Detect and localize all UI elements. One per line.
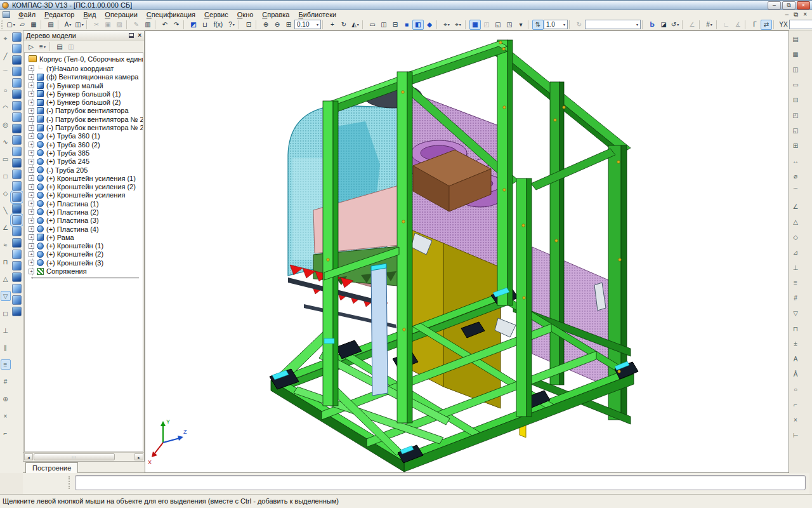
panel-tool-button[interactable] <box>12 272 22 282</box>
tree-item[interactable]: (-) Патрубок вентилятора № 2,5 (2) <box>27 123 143 131</box>
menu-item[interactable]: Справка <box>258 11 294 19</box>
panel-tool-button[interactable] <box>12 204 22 213</box>
zoom-scale-combo[interactable]: 0.10 <box>294 20 321 29</box>
tree-expand-icon[interactable] <box>29 167 34 173</box>
left-tool-button[interactable]: ⊓ <box>1 257 11 267</box>
shaded-button[interactable]: ■ <box>401 20 412 30</box>
panel-tool-button[interactable] <box>12 170 22 179</box>
tree-expand-icon[interactable] <box>29 243 34 249</box>
scroll-right-arrow-icon[interactable]: ▸ <box>134 453 143 460</box>
preview-button[interactable]: A <box>62 20 74 30</box>
tree-item[interactable]: (+) Кронштейн (2) <box>27 250 143 258</box>
left-tool-button[interactable]: ▽ <box>1 291 11 301</box>
tree-item[interactable]: (+) Рама <box>27 233 143 241</box>
hidden-lines-button[interactable]: ◫ <box>378 20 390 30</box>
tree-composition-button[interactable]: ▤ <box>54 41 65 51</box>
left-tool-button[interactable]: ╱ <box>1 51 11 61</box>
menu-item[interactable]: Окно <box>233 11 258 19</box>
panel-tool-button[interactable] <box>12 124 22 133</box>
zoom-in-button[interactable]: ⊕ <box>260 20 272 30</box>
pan-button[interactable]: + <box>327 20 338 30</box>
panel-tool-button[interactable] <box>12 261 22 271</box>
panel-tool-button[interactable] <box>12 181 22 190</box>
panel-tool-button[interactable] <box>12 284 22 293</box>
right-tool-button[interactable]: ▭ <box>790 79 801 90</box>
tree-expand-icon[interactable] <box>29 133 34 139</box>
mdi-close-button[interactable]: × <box>803 11 807 18</box>
right-tool-button[interactable]: ⊿ <box>790 247 801 257</box>
paste-button[interactable]: ▨ <box>114 20 125 30</box>
clip-plane-button[interactable]: ◳ <box>504 20 515 30</box>
tree-horizontal-scrollbar[interactable]: ◂ ⁞⁞⁞ ▸ <box>23 452 144 461</box>
left-tool-button[interactable]: ▭ <box>1 154 11 164</box>
measure-button[interactable]: ∠ <box>686 20 698 30</box>
right-tool-button[interactable]: ▽ <box>790 308 801 318</box>
copy-properties-button[interactable]: ✎ <box>131 20 142 30</box>
refresh-button[interactable]: ↻ <box>573 20 585 30</box>
tree-expand-icon[interactable] <box>29 108 34 114</box>
tree-expand-icon[interactable] <box>29 83 34 88</box>
sketch-edit-button[interactable]: ◪ <box>658 20 669 30</box>
panel-tool-button[interactable] <box>12 238 22 248</box>
tree-expand-icon[interactable] <box>29 65 34 71</box>
fx-variables-button[interactable]: f(x) <box>211 20 226 30</box>
angle-snap-button[interactable]: ∡ <box>732 20 743 30</box>
open-button[interactable]: ▱ <box>16 20 28 30</box>
tree-expand-icon[interactable] <box>29 226 34 232</box>
filter-edges-button[interactable]: ⌖ <box>452 20 464 30</box>
viewport-3d[interactable]: Y Z X <box>145 30 789 473</box>
left-tool-button[interactable]: ◎ <box>1 119 11 130</box>
panel-tool-button[interactable] <box>12 67 22 76</box>
tab-postroenie[interactable]: Построение <box>25 462 78 473</box>
tree-expand-icon[interactable] <box>29 201 34 206</box>
menu-item[interactable]: Спецификация <box>142 11 200 19</box>
save-button[interactable]: ▦ <box>28 20 39 30</box>
close-button[interactable]: × <box>797 1 810 10</box>
right-tool-button[interactable]: × <box>790 415 801 425</box>
cut-button[interactable]: ✂ <box>91 20 102 30</box>
panel-tool-button[interactable] <box>12 227 22 236</box>
zoom-out-button[interactable]: ⊖ <box>272 20 283 30</box>
left-tool-button[interactable]: ∥ <box>1 342 11 352</box>
panel-tool-button[interactable] <box>12 90 22 99</box>
free-orbit-button[interactable]: ↺ <box>669 20 681 30</box>
mdi-restore-button[interactable]: ⧉ <box>794 11 798 18</box>
mdi-minimize-button[interactable]: – <box>785 11 789 18</box>
menu-item[interactable]: Сервис <box>200 11 233 19</box>
zoom-window-button[interactable]: ⊡ <box>243 20 254 30</box>
left-tool-button[interactable]: ⌐ <box>1 428 11 438</box>
right-tool-button[interactable]: ⊞ <box>790 140 801 150</box>
left-tool-button[interactable]: ⌖ <box>1 34 11 44</box>
tree-expand-icon[interactable] <box>29 175 34 181</box>
tree-item[interactable]: (+) Бункер малый <box>27 81 143 90</box>
tree-close-icon[interactable]: × <box>138 32 141 39</box>
pin-icon[interactable] <box>129 33 134 38</box>
tree-expand-icon[interactable] <box>29 142 34 147</box>
right-tool-button[interactable]: ⊥ <box>790 262 801 272</box>
left-tool-button[interactable]: ⊥ <box>1 325 11 335</box>
scroll-left-arrow-icon[interactable]: ◂ <box>24 453 33 460</box>
right-tool-button[interactable]: ≡ <box>790 277 801 288</box>
tree-item[interactable]: (+) Кронштейн (1) <box>27 242 143 250</box>
new-document-button[interactable]: ▢ <box>5 20 16 30</box>
right-tool-button[interactable]: △ <box>790 217 801 227</box>
menu-item[interactable]: Библиотеки <box>294 11 341 19</box>
tree-expand-icon[interactable] <box>29 184 34 190</box>
tree-expand-icon[interactable] <box>29 269 34 274</box>
variables-button[interactable]: ◩ <box>188 20 199 30</box>
left-tool-button[interactable]: △ <box>1 274 11 284</box>
tree-expand-icon[interactable] <box>29 116 34 122</box>
snap-button[interactable]: ∟ <box>721 20 732 30</box>
panel-tool-button[interactable] <box>12 101 22 110</box>
perspective-button[interactable]: ◆ <box>424 20 435 30</box>
tree-item[interactable]: (+) Кронштейн (3) <box>27 258 143 267</box>
panel-tool-button[interactable] <box>12 147 22 156</box>
copy-button[interactable]: ▣ <box>102 20 114 30</box>
explode-assembly-button[interactable]: ◰ <box>481 20 492 30</box>
left-tool-button[interactable]: ≈ <box>1 239 11 250</box>
tree-item[interactable]: (+) Кронштейн усиления <box>27 191 143 199</box>
rotate-view-button[interactable]: ↻ <box>338 20 350 30</box>
tree-item[interactable]: (+) Пластина (4) <box>27 225 143 233</box>
properties-button[interactable]: ▥ <box>142 20 154 30</box>
tree-expand-icon[interactable] <box>29 159 34 164</box>
